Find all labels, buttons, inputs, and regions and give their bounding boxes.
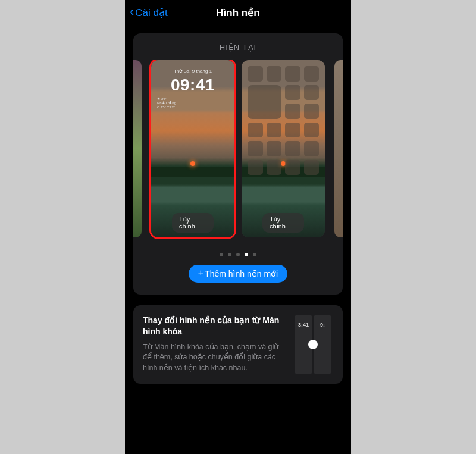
lockscreen-weather-widget: ☀ 34° Nhiều nắng C:35° T:22°: [157, 97, 176, 110]
app-icon-placeholder: [248, 66, 263, 82]
plus-icon: +: [198, 268, 203, 278]
phone-frame: ‹ Cài đặt Hình nền HIỆN TẠI Thứ Ba, 9 th…: [125, 0, 351, 454]
app-icon-placeholder: [248, 123, 263, 138]
lockscreen-time: 09:41: [151, 76, 234, 95]
app-icon-placeholder: [304, 141, 320, 156]
page-indicator: [133, 253, 343, 256]
app-icon-placeholder: [248, 160, 263, 176]
app-icon-placeholder: [285, 160, 300, 176]
homescreen-wallpaper-card[interactable]: Tùy chỉnh: [242, 60, 325, 237]
app-icon-placeholder: [248, 141, 263, 156]
info-description: Từ Màn hình khóa của bạn, chạm và giữ để…: [143, 342, 284, 374]
back-button[interactable]: ‹ Cài đặt: [130, 6, 168, 19]
info-title: Thay đổi hình nền của bạn từ Màn hình kh…: [143, 315, 284, 337]
app-icon-placeholder: [267, 141, 282, 156]
lockscreen-date: Thứ Ba, 9 tháng 1: [151, 68, 234, 74]
page-dot[interactable]: [253, 253, 256, 256]
info-graphic: 3:41 9:: [293, 315, 333, 374]
add-wallpaper-button[interactable]: + Thêm hình nền mới: [189, 265, 287, 283]
customize-homescreen-button[interactable]: Tùy chỉnh: [262, 213, 304, 233]
app-icon-placeholder: [304, 85, 320, 101]
app-icon-placeholder: [285, 141, 300, 156]
customize-lockscreen-button[interactable]: Tùy chỉnh: [172, 213, 214, 233]
back-label: Cài đặt: [135, 7, 167, 19]
add-wallpaper-label: Thêm hình nền mới: [205, 269, 278, 278]
app-icon-placeholder: [304, 104, 320, 119]
page-title: Hình nền: [216, 7, 259, 19]
chevron-left-icon: ‹: [130, 5, 134, 18]
app-icon-placeholder: [304, 160, 320, 176]
app-icon-placeholder: [267, 160, 282, 176]
change-from-lockscreen-info: Thay đổi hình nền của bạn từ Màn hình kh…: [133, 305, 343, 384]
app-icon-placeholder: [304, 66, 320, 82]
current-wallpaper-section: HIỆN TẠI Thứ Ba, 9 tháng 1 09:41 ☀ 34° N…: [133, 33, 343, 295]
navigation-bar: ‹ Cài đặt Hình nền: [125, 0, 351, 25]
page-dot-active[interactable]: [245, 253, 248, 256]
page-dot[interactable]: [228, 253, 231, 256]
touch-indicator-icon: [308, 340, 318, 349]
widget-placeholder: [248, 85, 281, 119]
app-icon-placeholder: [285, 66, 300, 82]
next-pair-peek[interactable]: [334, 60, 343, 237]
lockscreen-wallpaper-card[interactable]: Thứ Ba, 9 tháng 1 09:41 ☀ 34° Nhiều nắng…: [151, 60, 234, 237]
app-icon-placeholder: [267, 123, 282, 138]
wallpaper-pair-carousel[interactable]: Thứ Ba, 9 tháng 1 09:41 ☀ 34° Nhiều nắng…: [133, 60, 343, 246]
app-icon-placeholder: [285, 85, 300, 101]
app-icon-placeholder: [267, 66, 282, 82]
homescreen-icon-grid: [248, 66, 319, 175]
app-icon-placeholder: [285, 104, 300, 119]
page-dot[interactable]: [236, 253, 240, 256]
page-dot[interactable]: [220, 253, 223, 256]
app-icon-placeholder: [285, 123, 300, 138]
section-header: HIỆN TẠI: [133, 43, 343, 52]
previous-pair-peek[interactable]: [133, 60, 142, 237]
app-icon-placeholder: [304, 123, 320, 138]
